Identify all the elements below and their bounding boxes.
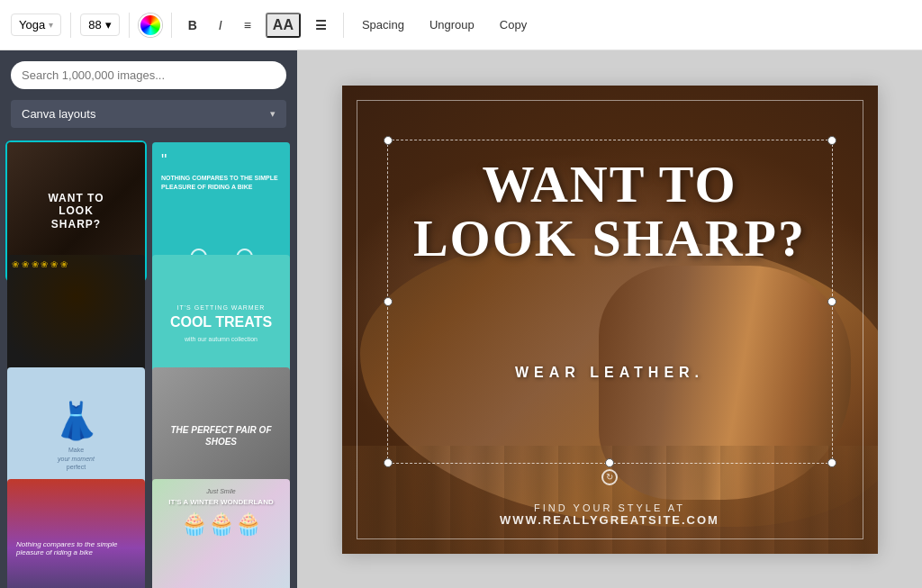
layout-card-quotes[interactable]: Nothing compares to the simple pleasure … (7, 479, 145, 588)
dropdown-chevron-icon: ▾ (270, 108, 276, 120)
canvas[interactable]: ↻ WANT TO LOOK SHARP? WEAR LEATHER. FIND… (342, 86, 878, 554)
align-button[interactable]: ≡ (237, 14, 258, 36)
layouts-grid: WANT TOLOOKSHARP? " NOTHING COMPARES TO … (0, 139, 297, 588)
main-area: Canva layouts ▾ WANT TOLOOKSHARP? " NOTH… (0, 50, 922, 588)
font-chevron-icon: ▾ (49, 20, 53, 30)
list-button[interactable]: ☰ (308, 14, 334, 36)
canvas-subheadline[interactable]: WEAR LEATHER. (396, 365, 824, 381)
wood-floor (342, 446, 878, 554)
bold-button[interactable]: B (181, 14, 204, 36)
canvas-footer-line1: FIND YOUR STYLE AT (342, 502, 878, 513)
font-selector[interactable]: Yoga ▾ (11, 14, 61, 36)
search-container (0, 50, 297, 100)
sidebar: Canva layouts ▾ WANT TOLOOKSHARP? " NOTH… (0, 50, 297, 588)
canvas-headline[interactable]: WANT TO LOOK SHARP? (396, 158, 824, 267)
canvas-area: ↻ WANT TO LOOK SHARP? WEAR LEATHER. FIND… (297, 50, 922, 588)
card-4-label: IT'S GETTING WARMER (177, 304, 266, 311)
card-3-decoration: ❀ ❀ ❀ ❀ ❀ ❀ (12, 259, 140, 269)
text-size-button[interactable]: AA (266, 13, 301, 38)
layout-card-cupcakes[interactable]: Just Smile IT'S A WINTER WONDERLAND 🧁🧁🧁 (152, 479, 290, 588)
layouts-dropdown[interactable]: Canva layouts ▾ (11, 100, 286, 128)
toolbar-divider-1 (70, 13, 71, 38)
copy-button[interactable]: Copy (491, 14, 536, 35)
card-8-cupcake-icon: 🧁🧁🧁 (181, 511, 262, 537)
search-input[interactable] (11, 61, 286, 89)
card-5-title: Makeyour momentperfect (58, 446, 95, 472)
canvas-footer[interactable]: FIND YOUR STYLE AT WWW.REALLYGREATSITE.C… (342, 502, 878, 527)
italic-button[interactable]: I (212, 14, 230, 36)
font-size-selector[interactable]: 88 ▾ (80, 14, 119, 36)
card-6-title: THE PERFECT PAIR OF SHOES (161, 424, 281, 448)
card-8-script: Just Smile (206, 488, 235, 494)
size-chevron-icon: ▾ (105, 18, 112, 32)
card-2-quote-icon: " (161, 151, 281, 170)
toolbar-divider-4 (343, 13, 344, 38)
card-7-title: Nothing compares to the simple pleasure … (16, 540, 136, 556)
color-picker[interactable] (139, 14, 162, 37)
card-4-subtitle: with our autumn collection (185, 336, 258, 342)
card-4-title: COOL TREATS (170, 314, 272, 330)
toolbar-divider-3 (171, 13, 172, 38)
ungroup-button[interactable]: Ungroup (420, 14, 484, 35)
font-size-label: 88 (88, 18, 101, 32)
toolbar-divider-2 (129, 13, 130, 38)
card-2-title: NOTHING COMPARES TO THE SIMPLE PLEASURE … (161, 174, 281, 192)
spacing-button[interactable]: Spacing (353, 14, 413, 35)
font-name-label: Yoga (19, 18, 45, 32)
canvas-footer-url: WWW.REALLYGREATSITE.COM (342, 513, 878, 527)
layouts-dropdown-label: Canva layouts (22, 107, 95, 121)
card-8-title: IT'S A WINTER WONDERLAND (168, 498, 273, 506)
toolbar: Yoga ▾ 88 ▾ B I ≡ AA ☰ Spacing Ungroup C… (0, 0, 922, 50)
card-1-title: WANT TOLOOKSHARP? (48, 192, 104, 231)
card-5-dress-icon: 👗 (54, 400, 99, 442)
